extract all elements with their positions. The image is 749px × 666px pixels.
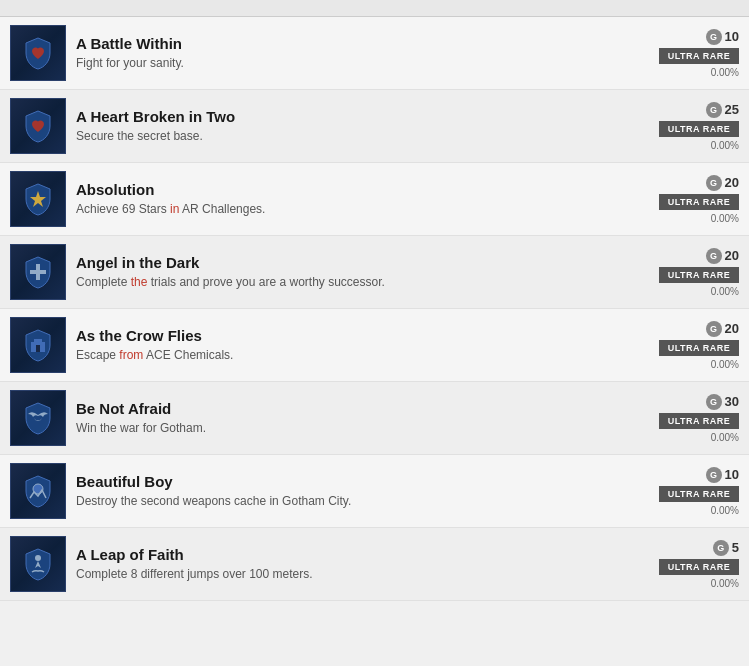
achievement-title: Angel in the Dark [76,254,639,271]
achievement-row: As the Crow Flies Escape from ACE Chemic… [0,309,749,382]
rarity-percent: 0.00% [711,286,739,297]
achievement-row: A Leap of Faith Complete 8 different jum… [0,528,749,601]
rarity-percent: 0.00% [711,578,739,589]
rarity-percent: 0.00% [711,213,739,224]
achievement-info: Absolution Achieve 69 Stars in AR Challe… [76,181,639,218]
gamerscore-value: 20 [725,248,739,263]
achievement-info: A Heart Broken in Two Secure the secret … [76,108,639,145]
rarity-percent: 0.00% [711,140,739,151]
gamerscore: G 10 [706,29,739,45]
ultra-rare-badge: ULTRA RARE [659,48,739,64]
gamerscore-value: 20 [725,175,739,190]
achievement-icon [10,171,66,227]
achievement-desc: Win the war for Gotham. [76,420,639,437]
svg-point-7 [35,555,41,561]
gamerscore: G 20 [706,248,739,264]
achievement-info: A Leap of Faith Complete 8 different jum… [76,546,639,583]
achievement-info: As the Crow Flies Escape from ACE Chemic… [76,327,639,364]
achievement-row: Absolution Achieve 69 Stars in AR Challe… [0,163,749,236]
achievement-row: Beautiful Boy Destroy the second weapons… [0,455,749,528]
gamerscore: G 20 [706,321,739,337]
g-icon: G [706,29,722,45]
rarity-percent: 0.00% [711,505,739,516]
achievement-meta: G 20 ULTRA RARE 0.00% [649,248,739,297]
achievement-meta: G 25 ULTRA RARE 0.00% [649,102,739,151]
achievement-info: Angel in the Dark Complete the trials an… [76,254,639,291]
achievement-desc: Secure the secret base. [76,128,639,145]
achievement-desc: Achieve 69 Stars in AR Challenges. [76,201,639,218]
gamerscore: G 30 [706,394,739,410]
gamerscore: G 10 [706,467,739,483]
gamerscore-value: 10 [725,467,739,482]
g-icon: G [706,175,722,191]
achievement-title: As the Crow Flies [76,327,639,344]
achievement-icon [10,536,66,592]
achievement-title: A Leap of Faith [76,546,639,563]
achievement-row: A Battle Within Fight for your sanity. G… [0,17,749,90]
achievement-desc: Fight for your sanity. [76,55,639,72]
ultra-rare-badge: ULTRA RARE [659,486,739,502]
gamerscore-value: 5 [732,540,739,555]
achievement-title: A Battle Within [76,35,639,52]
gamerscore: G 25 [706,102,739,118]
achievement-meta: G 30 ULTRA RARE 0.00% [649,394,739,443]
page-header [0,0,749,17]
achievement-title: Be Not Afraid [76,400,639,417]
achievement-row: Angel in the Dark Complete the trials an… [0,236,749,309]
achievement-desc: Escape from ACE Chemicals. [76,347,639,364]
achievement-icon [10,317,66,373]
achievement-row: Be Not Afraid Win the war for Gotham. G … [0,382,749,455]
achievement-meta: G 5 ULTRA RARE 0.00% [649,540,739,589]
gamerscore: G 5 [713,540,739,556]
gamerscore-value: 25 [725,102,739,117]
achievement-icon [10,98,66,154]
gamerscore: G 20 [706,175,739,191]
achievement-title: Beautiful Boy [76,473,639,490]
gamerscore-value: 30 [725,394,739,409]
achievement-meta: G 10 ULTRA RARE 0.00% [649,467,739,516]
achievement-desc: Complete the trials and prove you are a … [76,274,639,291]
achievement-info: A Battle Within Fight for your sanity. [76,35,639,72]
achievements-list: A Battle Within Fight for your sanity. G… [0,17,749,601]
g-icon: G [706,321,722,337]
rarity-percent: 0.00% [711,67,739,78]
g-icon: G [706,102,722,118]
ultra-rare-badge: ULTRA RARE [659,559,739,575]
ultra-rare-badge: ULTRA RARE [659,194,739,210]
achievement-icon [10,244,66,300]
achievement-title: A Heart Broken in Two [76,108,639,125]
achievement-icon [10,463,66,519]
achievement-row: A Heart Broken in Two Secure the secret … [0,90,749,163]
gamerscore-value: 10 [725,29,739,44]
gamerscore-value: 20 [725,321,739,336]
achievement-info: Beautiful Boy Destroy the second weapons… [76,473,639,510]
achievement-meta: G 10 ULTRA RARE 0.00% [649,29,739,78]
rarity-percent: 0.00% [711,432,739,443]
achievement-icon [10,25,66,81]
svg-rect-2 [30,270,46,274]
ultra-rare-badge: ULTRA RARE [659,340,739,356]
g-icon: G [706,394,722,410]
g-icon: G [706,248,722,264]
g-icon: G [706,467,722,483]
ultra-rare-badge: ULTRA RARE [659,121,739,137]
achievement-title: Absolution [76,181,639,198]
achievement-desc: Complete 8 different jumps over 100 mete… [76,566,639,583]
achievement-meta: G 20 ULTRA RARE 0.00% [649,175,739,224]
achievement-info: Be Not Afraid Win the war for Gotham. [76,400,639,437]
g-icon: G [713,540,729,556]
svg-rect-5 [36,345,40,352]
ultra-rare-badge: ULTRA RARE [659,267,739,283]
svg-rect-4 [34,339,42,343]
ultra-rare-badge: ULTRA RARE [659,413,739,429]
rarity-percent: 0.00% [711,359,739,370]
achievement-icon [10,390,66,446]
achievement-desc: Destroy the second weapons cache in Goth… [76,493,639,510]
achievement-meta: G 20 ULTRA RARE 0.00% [649,321,739,370]
